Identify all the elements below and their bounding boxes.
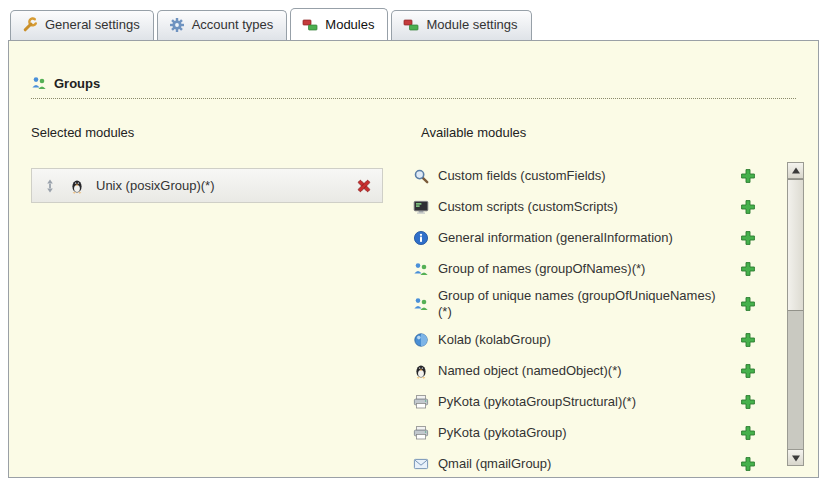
add-module-button[interactable] [740,394,756,410]
available-module-label: Named object (namedObject)(*) [438,363,718,379]
drag-handle-icon[interactable] [42,178,58,194]
add-module-button[interactable] [740,261,756,277]
available-modules-column: Available modules Custom fields (customF… [413,103,804,478]
available-module-label: General information (generalInformation) [438,230,718,246]
groups-icon [31,75,47,91]
available-module-label: Group of names (groupOfNames)(*) [438,261,718,277]
available-modules-list: Custom fields (customFields)Custom scrip… [413,160,770,478]
tab-label: Account types [192,17,274,33]
available-module-row: Custom fields (customFields) [413,160,770,191]
selected-modules-heading: Selected modules [31,125,405,140]
add-module-button[interactable] [740,363,756,379]
selected-modules-column: Selected modules Unix (posixGroup)(*) [23,103,413,478]
available-modules-heading: Available modules [421,125,796,140]
modules-icon [403,17,419,33]
modules-icon [302,17,318,33]
available-module-row: General information (generalInformation) [413,222,770,253]
add-module-button[interactable] [740,199,756,215]
add-module-button[interactable] [740,456,756,472]
available-module-label: Qmail (qmailGroup) [438,456,718,472]
scrollbar[interactable] [787,162,804,466]
info-icon [413,230,429,246]
add-module-button[interactable] [740,332,756,348]
available-module-label: PyKota (pykotaGroup) [438,425,718,441]
available-module-label: Custom scripts (customScripts) [438,199,718,215]
tab-modules[interactable]: Modules [290,8,388,40]
module-columns: Selected modules Unix (posixGroup)(*) Av… [23,103,804,478]
scrollbar-track[interactable] [788,179,803,449]
section-title: Groups [54,76,100,91]
lam-configuration-page: General settingsAccount typesModulesModu… [0,0,827,486]
available-module-label: Kolab (kolabGroup) [438,332,718,348]
terminal-icon [413,199,429,215]
scrollbar-up-button[interactable] [788,163,803,179]
add-module-button[interactable] [740,230,756,246]
group-icon [413,296,429,312]
available-module-label: Custom fields (customFields) [438,168,718,184]
tools-icon [22,17,38,33]
gear-icon [169,17,185,33]
tab-bar: General settingsAccount typesModulesModu… [0,0,827,40]
remove-module-button[interactable] [356,178,372,194]
available-module-row: Kolab (kolabGroup) [413,324,770,355]
penguin-icon [413,363,429,379]
available-module-label: PyKota (pykotaGroupStructural)(*) [438,394,718,410]
scroll-up-icon [788,163,804,179]
printer-icon [413,425,429,441]
scrollbar-down-button[interactable] [788,449,803,465]
tab-label: Modules [325,17,374,33]
tab-label: General settings [45,17,140,33]
selected-modules-list: Unix (posixGroup)(*) [31,168,413,203]
available-module-label: Group of unique names (groupOfUniqueName… [438,288,718,320]
tab-account-types[interactable]: Account types [157,10,288,40]
penguin-icon [69,178,85,194]
section-header: Groups [31,75,796,99]
available-module-row: Named object (namedObject)(*) [413,355,770,386]
available-module-row: PyKota (pykotaGroupStructural)(*) [413,386,770,417]
available-module-row: Qmail (qmailGroup) [413,448,770,478]
selected-module-row: Unix (posixGroup)(*) [31,168,383,203]
tab-module-settings[interactable]: Module settings [391,10,531,40]
tab-label: Module settings [426,17,517,33]
available-module-row: Group of unique names (groupOfUniqueName… [413,284,770,324]
kolab-icon [413,332,429,348]
scrollbar-thumb[interactable] [788,179,803,311]
group-icon [413,261,429,277]
add-module-button[interactable] [740,296,756,312]
mail-icon [413,456,429,472]
available-module-row: PyKota (pykotaGroup) [413,417,770,448]
add-module-button[interactable] [740,425,756,441]
add-module-button[interactable] [740,168,756,184]
printer-icon [413,394,429,410]
scroll-down-icon [788,450,804,466]
selected-module-label: Unix (posixGroup)(*) [96,178,345,193]
magnifier-icon [413,168,429,184]
available-module-row: Custom scripts (customScripts) [413,191,770,222]
available-module-row: Group of names (groupOfNames)(*) [413,253,770,284]
content-panel: Groups Selected modules Unix (posixGroup… [8,40,819,478]
tab-general-settings[interactable]: General settings [10,10,154,40]
available-modules-scroll-area: Custom fields (customFields)Custom scrip… [413,160,804,478]
